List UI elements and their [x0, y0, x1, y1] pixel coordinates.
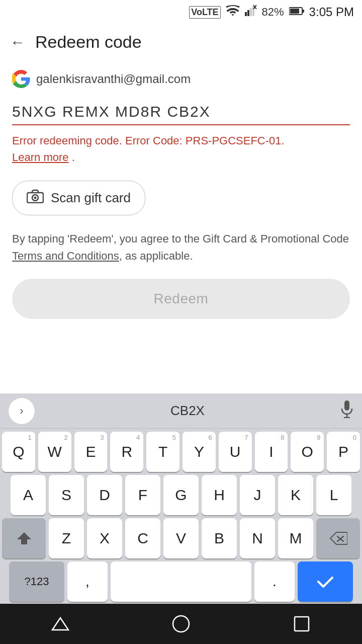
terms-section: By tapping 'Redeem', you agree to the Gi… [0, 225, 362, 265]
key-j[interactable]: J [240, 475, 275, 515]
keyboard-toolbar: › CB2X [0, 393, 362, 429]
key-o[interactable]: 9O [291, 432, 324, 472]
scan-button-wrap: Scan gift card [0, 166, 362, 225]
key-row-4: ?123 , . [2, 561, 360, 602]
scan-gift-card-button[interactable]: Scan gift card [12, 181, 145, 215]
key-r[interactable]: 4R [110, 432, 143, 472]
key-u[interactable]: 7U [219, 432, 252, 472]
key-w[interactable]: 2W [38, 432, 71, 472]
confirm-key[interactable] [298, 561, 353, 602]
battery-icon [289, 6, 304, 19]
key-g[interactable]: G [163, 475, 199, 515]
status-icons: VoLTE 82% 3:05 PM [189, 5, 354, 19]
redeem-button-wrap: Redeem [0, 265, 362, 329]
key-y[interactable]: 6Y [183, 432, 216, 472]
bottom-nav [0, 604, 362, 644]
learn-more-link[interactable]: Learn more [12, 151, 69, 164]
back-nav-button[interactable] [50, 614, 70, 634]
signal-icon [245, 5, 257, 19]
redeem-button[interactable]: Redeem [12, 279, 350, 319]
account-email: galenkisravanthi@gmail.com [36, 72, 191, 86]
key-t[interactable]: 5T [146, 432, 179, 472]
svg-rect-19 [295, 617, 309, 631]
key-h[interactable]: H [202, 475, 237, 515]
key-row-1: 1Q 2W 3E 4R 5T 6Y 7U 8I 9O 0P [2, 432, 360, 472]
shift-key[interactable] [2, 518, 46, 558]
key-i[interactable]: 8I [255, 432, 288, 472]
svg-rect-8 [290, 9, 299, 14]
key-row-2: A S D F G H J K L [2, 475, 360, 515]
battery-text: 82% [262, 6, 284, 19]
key-z[interactable]: Z [49, 518, 84, 558]
key-n[interactable]: N [240, 518, 275, 558]
key-l[interactable]: L [316, 475, 351, 515]
period-key[interactable]: . [254, 561, 295, 602]
key-k[interactable]: K [278, 475, 313, 515]
home-nav-button[interactable] [171, 614, 191, 634]
time-display: 3:05 PM [309, 5, 354, 19]
camera-icon [27, 189, 44, 207]
key-m[interactable]: M [278, 518, 313, 558]
keyboard-suggestion[interactable]: CB2X [170, 403, 205, 419]
svg-point-18 [173, 616, 189, 632]
account-row: galenkisravanthi@gmail.com [0, 60, 362, 94]
key-s[interactable]: S [49, 475, 84, 515]
key-b[interactable]: B [202, 518, 237, 558]
svg-point-11 [34, 197, 37, 199]
page-title: Redeem code [35, 32, 142, 52]
microphone-icon[interactable] [340, 400, 354, 422]
keyboard: › CB2X 1Q 2W 3E 4R 5T 6Y 7U 8I 9O 0P [0, 393, 362, 604]
key-d[interactable]: D [87, 475, 122, 515]
terms-text-1: By tapping 'Redeem', you agree to the Gi… [12, 232, 349, 245]
key-v[interactable]: V [163, 518, 199, 558]
backspace-key[interactable] [316, 518, 360, 558]
keyboard-keys: 1Q 2W 3E 4R 5T 6Y 7U 8I 9O 0P A S D F G … [0, 429, 362, 604]
google-logo [12, 70, 30, 88]
comma-key[interactable]: , [67, 561, 108, 602]
key-x[interactable]: X [87, 518, 122, 558]
key-a[interactable]: A [11, 475, 46, 515]
code-input-wrap[interactable] [0, 94, 362, 125]
svg-rect-7 [302, 10, 304, 13]
code-input[interactable] [12, 99, 350, 125]
keyboard-expand-button[interactable]: › [8, 397, 35, 425]
back-button[interactable]: ← [10, 34, 25, 51]
error-message: Error redeeming code. Error Code: PRS-PG… [0, 125, 362, 166]
svg-rect-12 [344, 400, 349, 411]
status-bar: VoLTE 82% 3:05 PM [0, 0, 362, 24]
key-e[interactable]: 3E [74, 432, 108, 472]
key-q[interactable]: 1Q [2, 432, 35, 472]
volte-icon: VoLTE [189, 6, 220, 19]
key-row-3: Z X C V B N M [2, 518, 360, 558]
symbols-key[interactable]: ?123 [9, 561, 64, 602]
space-key[interactable] [111, 561, 251, 602]
terms-text-2: , as applicable. [119, 250, 193, 262]
svg-rect-2 [250, 8, 252, 16]
svg-marker-17 [52, 618, 68, 630]
recent-nav-button[interactable] [292, 614, 312, 634]
key-c[interactable]: C [125, 518, 160, 558]
key-p[interactable]: 0P [327, 432, 360, 472]
svg-rect-1 [247, 10, 249, 16]
header: ← Redeem code [0, 24, 362, 60]
error-period: . [72, 151, 75, 164]
wifi-icon [226, 5, 240, 19]
scan-button-label: Scan gift card [51, 190, 131, 206]
chevron-right-icon: › [20, 405, 23, 418]
error-text: Error redeeming code. Error Code: PRS-PG… [12, 134, 285, 147]
terms-link[interactable]: Terms and Conditions [12, 250, 119, 262]
svg-rect-0 [245, 12, 247, 16]
key-f[interactable]: F [125, 475, 160, 515]
